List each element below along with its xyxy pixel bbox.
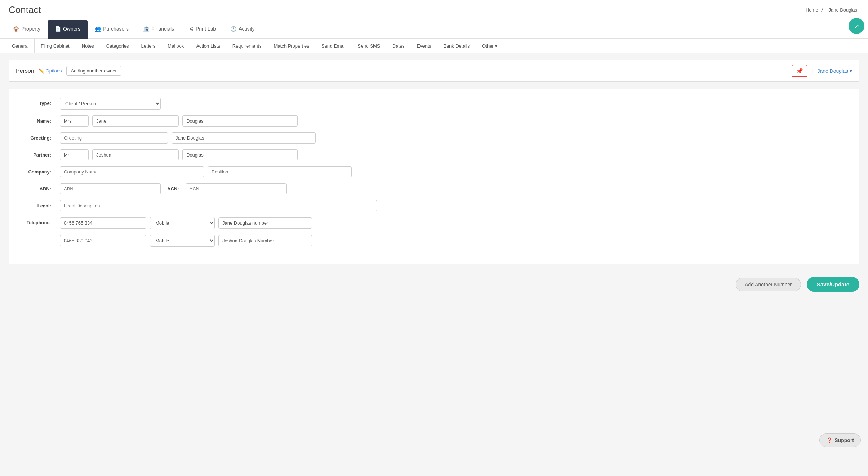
financials-icon: 🏦: [143, 26, 149, 32]
legal-label: Legal:: [19, 200, 56, 208]
person-name-dropdown[interactable]: Jane Douglas ▾: [817, 68, 852, 74]
tab-action-lists[interactable]: Action Lists: [190, 39, 226, 53]
tab-events[interactable]: Events: [411, 39, 437, 53]
page-title: Contact: [9, 4, 41, 16]
partner-first-input[interactable]: [92, 149, 179, 160]
tab-general[interactable]: General: [6, 39, 35, 53]
tab-filing-cabinet[interactable]: Filing Cabinet: [35, 39, 76, 53]
name-first-input[interactable]: [92, 115, 179, 127]
bottom-actions: Add Another Number Save/Update: [9, 271, 859, 298]
property-icon: 🏠: [13, 26, 19, 32]
tel-label-1[interactable]: [218, 217, 312, 229]
support-icon: ❓: [826, 437, 832, 443]
acn-label: ACN:: [164, 186, 182, 191]
tab-dates[interactable]: Dates: [386, 39, 411, 53]
options-link[interactable]: ✏️ Options: [39, 68, 62, 74]
form-card: Type: Client / Person Company Trust Name…: [9, 89, 859, 264]
tel-label-2[interactable]: [218, 235, 312, 246]
nav-tabs: 🏠 Property 📄 Owners 👥 Purchasers 🏦 Finan…: [0, 20, 868, 39]
type-select[interactable]: Client / Person Company Trust: [60, 98, 161, 110]
legal-input[interactable]: [60, 200, 377, 211]
support-button[interactable]: ❓ Support: [819, 433, 861, 447]
tel-number-2[interactable]: [60, 235, 146, 246]
nav-tab-activity[interactable]: 🕐 Activity: [223, 20, 262, 39]
greeting-row: Greeting:: [19, 132, 849, 144]
person-header-right: 📌 | Jane Douglas ▾: [792, 65, 852, 77]
company-fields: [60, 166, 849, 177]
purchasers-icon: 👥: [95, 26, 101, 32]
pencil-icon: ✏️: [39, 68, 44, 74]
company-name-input[interactable]: [60, 166, 204, 177]
adding-owner-button[interactable]: Adding another owner: [66, 66, 121, 76]
tab-send-sms[interactable]: Send SMS: [351, 39, 386, 53]
greeting-placeholder-input[interactable]: [60, 132, 168, 144]
person-header: Person ✏️ Options Adding another owner 📌…: [9, 60, 859, 82]
company-row: Company:: [19, 166, 849, 177]
abn-acn-row: ABN: ACN:: [19, 183, 849, 194]
greeting-label: Greeting:: [19, 132, 56, 141]
name-label: Name:: [19, 115, 56, 124]
tab-send-email[interactable]: Send Email: [315, 39, 351, 53]
tab-categories[interactable]: Categories: [100, 39, 135, 53]
company-label: Company:: [19, 166, 56, 175]
add-another-number-button[interactable]: Add Another Number: [736, 278, 801, 291]
acn-input[interactable]: [186, 183, 287, 194]
tab-other[interactable]: Other: [476, 39, 504, 53]
nav-tab-property[interactable]: 🏠 Property: [6, 20, 48, 39]
partner-title-input[interactable]: [60, 149, 89, 160]
greeting-fields: [60, 132, 849, 144]
breadcrumb-home[interactable]: Home: [806, 7, 818, 13]
telephone-label: Telephone:: [19, 217, 56, 225]
partner-last-input[interactable]: [182, 149, 298, 160]
pin-button[interactable]: 📌: [792, 65, 807, 77]
tab-mailbox[interactable]: Mailbox: [161, 39, 190, 53]
tab-requirements[interactable]: Requirements: [226, 39, 268, 53]
telephone-row-1: Mobile Home Work Fax Other: [60, 217, 849, 229]
nav-tab-owners[interactable]: 📄 Owners: [48, 20, 88, 39]
partner-fields: [60, 149, 849, 160]
tab-letters[interactable]: Letters: [135, 39, 162, 53]
partner-row: Partner:: [19, 149, 849, 160]
telephone-fields: Mobile Home Work Fax Other Mobile Home W…: [60, 217, 849, 250]
name-last-input[interactable]: [182, 115, 298, 127]
nav-tab-purchasers[interactable]: 👥 Purchasers: [88, 20, 136, 39]
activity-icon: 🕐: [230, 26, 236, 32]
dropdown-arrow-icon: ▾: [850, 68, 852, 74]
position-input[interactable]: [208, 166, 352, 177]
separator: |: [812, 68, 813, 74]
tab-bank-details[interactable]: Bank Details: [437, 39, 476, 53]
abn-label: ABN:: [19, 183, 56, 191]
abn-acn-fields: ACN:: [60, 183, 849, 194]
top-bar: Contact Home / Jane Douglas: [0, 0, 868, 20]
owners-icon: 📄: [55, 26, 61, 32]
tel-type-1[interactable]: Mobile Home Work Fax Other: [150, 217, 215, 229]
telephone-row-2: Mobile Home Work Fax Other: [60, 235, 849, 247]
tel-type-2[interactable]: Mobile Home Work Fax Other: [150, 235, 215, 247]
person-label: Person: [16, 68, 34, 74]
nav-tab-financials[interactable]: 🏦 Financials: [136, 20, 181, 39]
breadcrumb-separator: /: [821, 7, 823, 13]
name-row: Name:: [19, 115, 849, 127]
type-fields: Client / Person Company Trust: [60, 98, 849, 110]
telephone-row: Telephone: Mobile Home Work Fax Other: [19, 217, 849, 250]
type-label: Type:: [19, 98, 56, 106]
name-fields: [60, 115, 849, 127]
name-title-input[interactable]: [60, 115, 89, 127]
partner-label: Partner:: [19, 149, 56, 158]
save-update-button[interactable]: Save/Update: [807, 277, 859, 292]
print-lab-icon: 🖨: [189, 26, 194, 32]
abn-input[interactable]: [60, 183, 161, 194]
type-row: Type: Client / Person Company Trust: [19, 98, 849, 110]
breadcrumb: Home / Jane Douglas: [806, 7, 859, 13]
tab-match-properties[interactable]: Match Properties: [268, 39, 315, 53]
breadcrumb-current: Jane Douglas: [829, 7, 858, 13]
nav-tab-print-lab[interactable]: 🖨 Print Lab: [181, 20, 223, 39]
legal-row: Legal:: [19, 200, 849, 211]
tel-number-1[interactable]: [60, 217, 146, 229]
launch-button[interactable]: ↗: [849, 18, 864, 34]
main-content: Person ✏️ Options Adding another owner 📌…: [0, 53, 868, 457]
legal-fields: [60, 200, 849, 211]
content-tabs: General Filing Cabinet Notes Categories …: [0, 39, 868, 53]
tab-notes[interactable]: Notes: [76, 39, 100, 53]
greeting-full-input[interactable]: [172, 132, 316, 144]
